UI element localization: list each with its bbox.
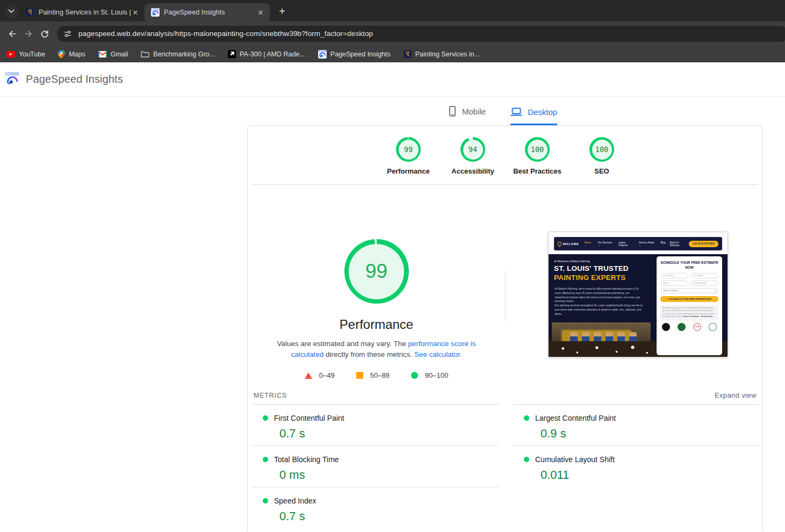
bookmark-gmail[interactable]: Gmail: [98, 51, 128, 58]
metrics-header: METRICS Expand view: [248, 391, 762, 399]
malone-favicon-icon: [26, 8, 34, 17]
metric-name: First Contentful Paint: [274, 414, 344, 422]
tab-search-button[interactable]: [4, 4, 18, 18]
metric-name: Cumulative Layout Shift: [535, 455, 615, 464]
metric-empty-cell: [513, 487, 759, 529]
metric-speed-index: Speed Index 0.7 s: [251, 487, 499, 529]
tab-desktop[interactable]: Desktop: [510, 107, 557, 125]
forward-button[interactable]: [20, 26, 37, 42]
disclaimer-text: Values are estimated and may vary. The p…: [261, 339, 493, 360]
back-button[interactable]: [4, 26, 20, 42]
amd-radeon-icon: [228, 50, 236, 58]
reload-icon: [40, 29, 49, 39]
performance-section: 99 Performance Values are estimated and …: [248, 185, 762, 379]
summary-score-performance[interactable]: 99 Performance: [376, 137, 441, 184]
score-label: Best Practices: [513, 167, 561, 184]
bookmarks-bar: YouTube Maps Gmail Benchmarking Gro... P…: [0, 46, 785, 62]
url-text: pagespeed.web.dev/analysis/https-malonep…: [78, 30, 373, 38]
bookmark-label: Maps: [69, 51, 85, 58]
arrow-right-icon: [24, 29, 33, 39]
performance-gauge-title: Performance: [340, 317, 413, 332]
bookmark-pagespeed[interactable]: PageSpeed Insights: [318, 50, 391, 59]
tab-mobile[interactable]: Mobile: [448, 106, 486, 125]
pagespeed-logo-icon: [5, 72, 19, 87]
bookmark-painting-services[interactable]: Painting Services in...: [404, 50, 480, 58]
pass-dot-icon: [263, 457, 268, 462]
tab-close-button[interactable]: ✕: [131, 8, 140, 17]
thumb-call-button: Call (314) 675-0820: [689, 241, 718, 247]
bookmark-amd[interactable]: PA-300 | AMD Rade...: [228, 50, 305, 58]
thumb-welcome: ◤ Welcome to Malone Painting: [554, 260, 590, 263]
legend-item-fail: 0–49: [305, 371, 335, 379]
tab-painting-services[interactable]: Painting Services in St. Louis | M ✕: [19, 3, 145, 21]
device-tabs: Mobile Desktop: [247, 97, 763, 125]
metric-value: 0 ms: [279, 468, 499, 482]
score-label: SEO: [594, 167, 609, 184]
thumb-nav-item: Book An Estimate: [670, 241, 689, 247]
score-summary: 99 Performance 94 Accessibility 100 Best…: [248, 126, 762, 184]
pass-dot-icon: [524, 415, 529, 421]
bookmark-maps[interactable]: Maps: [58, 50, 85, 59]
score-legend: 0–49 50–89 90–100: [305, 371, 448, 379]
metric-cumulative-layout-shift: Cumulative Layout Shift 0.011: [513, 446, 759, 487]
bookmark-label: YouTube: [19, 51, 45, 58]
tab-desktop-label: Desktop: [528, 107, 557, 117]
summary-score-seo[interactable]: 100 SEO: [570, 137, 634, 184]
thumb-badge-icon: PCA: [693, 323, 701, 331]
arrow-left-icon: [8, 29, 17, 39]
thumb-site-header: MALONE Home ⌄ Our Services ⌄ Latest Proj…: [554, 237, 722, 250]
pagespeed-favicon-icon: [151, 8, 160, 17]
metric-value: 0.7 s: [279, 509, 499, 523]
score-gauge: 100: [525, 137, 550, 162]
summary-score-best-practices[interactable]: 100 Best Practices: [505, 137, 570, 184]
score-label: Performance: [387, 167, 429, 184]
thumb-badge-icon: [709, 323, 717, 331]
thumb-paragraph-2: Our painting services throughout St. Lou…: [554, 304, 643, 316]
browser-toolbar: pagespeed.web.dev/analysis/https-malonep…: [0, 21, 785, 46]
thumb-legal-links: Terms & Conditions · Privacy Policy: [683, 315, 713, 318]
bookmark-youtube[interactable]: YouTube: [6, 51, 45, 58]
thumb-welcome-text: Welcome to Malone Painting: [557, 260, 590, 263]
thumb-badge-icon: [662, 323, 670, 331]
link-see-calculator[interactable]: See calculator.: [414, 350, 462, 358]
tab-pagespeed-insights[interactable]: PageSpeed Insights ✕: [145, 3, 270, 21]
tab-mobile-label: Mobile: [462, 107, 486, 116]
bookmark-benchmarking-folder[interactable]: Benchmarking Gro...: [141, 51, 215, 58]
site-settings-icon[interactable]: [63, 30, 72, 38]
report-card: 99 Performance 94 Accessibility 100 Best…: [247, 125, 763, 531]
metric-value: 0.7 s: [279, 427, 499, 441]
address-bar[interactable]: pagespeed.web.dev/analysis/https-malonep…: [57, 26, 785, 42]
page-title: PageSpeed Insights: [26, 73, 123, 85]
expand-view-button[interactable]: Expand view: [715, 391, 757, 399]
score-value: 94: [463, 140, 483, 160]
square-icon: [356, 372, 363, 379]
pagespeed-favicon-icon: [318, 50, 327, 59]
bookmark-label: Benchmarking Gro...: [153, 51, 215, 58]
thumb-nav-item: Service Areas ⌄: [639, 241, 657, 247]
tab-close-button[interactable]: ✕: [256, 8, 265, 17]
gmail-icon: [98, 51, 107, 57]
chevron-down-icon: ▾: [715, 290, 716, 292]
metrics-grid: First Contentful Paint 0.7 s Largest Con…: [251, 405, 759, 529]
thumb-paragraph-1: At Malone Painting, we're proud to offer…: [554, 287, 643, 304]
metric-largest-contentful-paint: Largest Contentful Paint 0.9 s: [513, 405, 759, 446]
summary-score-accessibility[interactable]: 94 Accessibility: [441, 137, 505, 184]
tab-title: Painting Services in St. Louis | M: [39, 9, 131, 16]
close-icon: ✕: [258, 9, 264, 17]
folder-icon: [141, 51, 149, 57]
score-value: 100: [528, 140, 548, 160]
bookmark-label: PA-300 | AMD Rade...: [240, 51, 305, 58]
thumb-nav-item: Our Services ⌄: [598, 241, 615, 247]
thumb-estimate-form: SCHEDULE YOUR FREE ESTIMATE NOW First Na…: [657, 256, 722, 355]
chevron-down-icon: [8, 9, 15, 13]
psi-header: PageSpeed Insights: [0, 62, 785, 97]
thumb-badges: PCA: [660, 323, 718, 331]
new-tab-button[interactable]: +: [275, 4, 289, 18]
legend-range: 50–89: [370, 371, 390, 379]
page-screenshot-thumbnail[interactable]: MALONE Home ⌄ Our Services ⌄ Latest Proj…: [548, 232, 728, 357]
metric-name: Largest Contentful Paint: [535, 414, 616, 422]
reload-button[interactable]: [37, 26, 53, 42]
report-content: Mobile Desktop 99 Performance 94 Accessi…: [247, 97, 763, 531]
phone-icon: [448, 106, 457, 117]
score-value: 99: [399, 140, 419, 160]
